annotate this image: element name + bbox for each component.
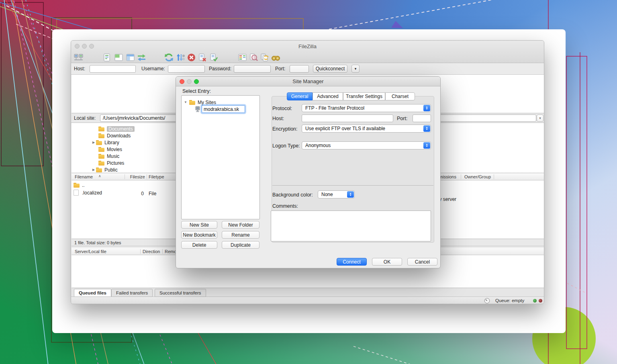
- sm-port-label: Port:: [397, 116, 407, 121]
- tree-item-label: Music: [107, 153, 119, 159]
- duplicate-button[interactable]: Duplicate: [222, 241, 259, 249]
- logon-type-value: Anonymous: [305, 143, 331, 148]
- rename-button[interactable]: Rename: [222, 231, 259, 239]
- sm-port-input[interactable]: [413, 115, 431, 122]
- stepper-icon: ▲▼: [423, 142, 430, 149]
- directory-comparison-icon[interactable]: [237, 53, 247, 62]
- column-owner-group[interactable]: Owner/Group: [464, 174, 491, 179]
- tab-transfer-settings[interactable]: Transfer Settings: [343, 92, 385, 100]
- window-title: FileZilla: [71, 43, 544, 49]
- quickconnect-dropdown-button[interactable]: ▾: [351, 65, 360, 73]
- new-bookmark-button[interactable]: New Bookmark: [181, 231, 217, 239]
- column-filesize[interactable]: Filesize: [128, 174, 145, 179]
- host-input[interactable]: [90, 65, 136, 73]
- tree-item-documents[interactable]: Documents: [98, 125, 135, 132]
- tree-item-my-sites[interactable]: ▼ My Sites: [184, 99, 216, 106]
- tree-item-label: Public: [104, 167, 118, 173]
- encryption-label: Encryption:: [272, 126, 298, 132]
- process-queue-icon[interactable]: [176, 53, 186, 62]
- file-row-localized[interactable]: .localized: [74, 189, 102, 196]
- speed-gauge-icon[interactable]: [484, 298, 490, 304]
- folder-icon: [98, 154, 104, 159]
- password-label: Password:: [209, 66, 231, 72]
- cancel-icon[interactable]: [186, 53, 196, 62]
- folder-icon: [96, 168, 102, 172]
- toggle-local-tree-icon[interactable]: [114, 53, 124, 62]
- find-files-icon[interactable]: [271, 53, 281, 62]
- tree-item-music[interactable]: Music: [98, 153, 119, 160]
- folder-icon: [189, 100, 195, 105]
- username-label: Username:: [141, 66, 165, 72]
- tree-item-public[interactable]: ▶ Public: [92, 166, 118, 173]
- tree-item-movies[interactable]: Movies: [98, 146, 122, 153]
- connect-button[interactable]: Connect: [337, 258, 367, 266]
- port-input[interactable]: [290, 65, 309, 73]
- column-filename[interactable]: Filename: [75, 174, 93, 179]
- username-input[interactable]: [168, 65, 205, 73]
- site-manager-dialog[interactable]: Site Manager Select Entry: ▼ My Sites mo…: [176, 76, 441, 268]
- remote-site-dropdown-button[interactable]: ▾: [537, 115, 543, 122]
- new-folder-button[interactable]: New Folder: [222, 221, 259, 229]
- desktop: FileZilla: [0, 0, 617, 364]
- tree-item-label: My Sites: [198, 100, 216, 105]
- tab-successful-transfers[interactable]: Successful transfers: [155, 289, 206, 297]
- logon-type-select[interactable]: Anonymous ▲▼: [302, 141, 431, 149]
- encryption-select[interactable]: Use explicit FTP over TLS if available ▲…: [302, 125, 431, 133]
- refresh-icon[interactable]: [164, 53, 174, 62]
- tree-item-label: Movies: [107, 147, 122, 152]
- column-divider[interactable]: [147, 174, 147, 179]
- stepper-icon: ▲▼: [347, 191, 354, 198]
- new-site-button[interactable]: New Site: [181, 221, 217, 229]
- toggle-remote-tree-icon[interactable]: [125, 53, 135, 62]
- tree-item-label: Documents: [107, 126, 135, 132]
- green-led-indicator: [533, 299, 537, 303]
- tab-charset[interactable]: Charset: [385, 92, 415, 100]
- tab-queued-files[interactable]: Queued files: [74, 289, 111, 297]
- sites-tree[interactable]: [181, 95, 260, 219]
- tab-failed-transfers[interactable]: Failed transfers: [111, 289, 153, 297]
- queue-status-text: Queue: empty: [495, 298, 524, 303]
- delete-button[interactable]: Delete: [181, 241, 217, 249]
- disclosure-closed-icon[interactable]: ▶: [92, 168, 96, 172]
- protocol-select[interactable]: FTP - File Transfer Protocol ▲▼: [302, 104, 431, 112]
- disconnect-icon[interactable]: [197, 53, 207, 62]
- column-filetype[interactable]: Filetype: [149, 174, 164, 179]
- tree-item-library[interactable]: ▶ Library: [92, 139, 119, 146]
- file-size: 0: [128, 191, 144, 196]
- file-name: ..: [82, 182, 85, 188]
- column-divider[interactable]: [494, 174, 494, 179]
- background-color-value: None: [321, 192, 333, 197]
- red-led-indicator: [539, 299, 542, 303]
- sm-host-input[interactable]: [302, 115, 393, 122]
- tab-advanced[interactable]: Advanced: [313, 92, 343, 100]
- column-divider[interactable]: [125, 174, 125, 179]
- tree-item-downloads[interactable]: Downloads: [98, 132, 131, 139]
- background-color-select[interactable]: None ▲▼: [318, 190, 355, 198]
- cancel-button[interactable]: Cancel: [407, 258, 437, 266]
- quickconnect-button[interactable]: Quickconnect: [313, 65, 347, 73]
- file-row-parent[interactable]: ..: [74, 182, 85, 188]
- tab-general[interactable]: General: [287, 92, 313, 100]
- column-divider[interactable]: [162, 249, 163, 254]
- site-manager-icon[interactable]: [74, 53, 84, 62]
- filter-search-icon[interactable]: [249, 53, 259, 62]
- synchronized-browsing-icon[interactable]: [260, 53, 270, 62]
- site-name-edit-input[interactable]: modrakrabica.sk: [202, 105, 245, 113]
- column-divider[interactable]: [140, 249, 141, 254]
- column-server-local-file[interactable]: Server/Local file: [75, 249, 106, 254]
- column-direction[interactable]: Direction: [143, 249, 160, 254]
- divider: [272, 185, 433, 186]
- disclosure-open-icon[interactable]: ▼: [184, 100, 188, 104]
- reconnect-icon[interactable]: [208, 53, 219, 62]
- toggle-queue-icon[interactable]: [137, 53, 147, 62]
- tree-item-pictures[interactable]: Pictures: [98, 160, 124, 166]
- comments-textarea[interactable]: [271, 211, 431, 241]
- password-input[interactable]: [234, 65, 271, 73]
- column-divider[interactable]: [461, 174, 461, 179]
- disclosure-closed-icon[interactable]: ▶: [92, 141, 96, 144]
- file-type: File: [149, 191, 156, 196]
- toggle-log-icon[interactable]: [102, 53, 112, 62]
- ok-button[interactable]: OK: [372, 258, 402, 266]
- stepper-icon: ▲▼: [423, 125, 430, 132]
- tree-item-label: Downloads: [107, 133, 131, 139]
